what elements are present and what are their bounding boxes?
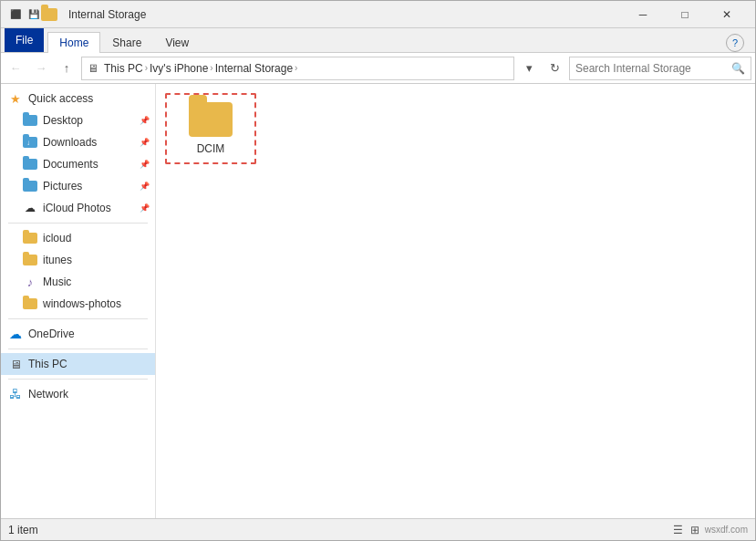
windows-photos-label: windows-photos [43,297,121,310]
downloads-label: Downloads [43,136,97,149]
dcim-folder-icon [189,102,233,137]
tab-share[interactable]: Share [100,32,153,53]
path-sep-3: › [295,63,297,73]
sidebar-item-quick-access[interactable]: ★ Quick access [1,88,155,109]
address-bar: ← → ↑ 🖥 This PC › Ivy's iPhone › Interna… [1,53,755,84]
network-section: 🖧 Network [1,383,155,405]
pin-icon: 📌 [140,116,150,125]
sidebar-item-network[interactable]: 🖧 Network [1,383,155,405]
quick-access-icon: ⬛ [8,7,23,22]
sidebar-separator-3 [8,349,148,349]
sidebar-item-desktop[interactable]: Desktop 📌 [1,109,155,131]
up-button[interactable]: ↑ [56,57,78,79]
this-pc-label: This PC [28,358,67,370]
icloud-photos-label: iCloud Photos [43,202,111,214]
network-label: Network [28,388,68,401]
item-count: 1 item [8,524,38,536]
quick-access-label: Quick access [28,92,93,105]
tab-file[interactable]: File [5,28,44,52]
grid-view-icon[interactable]: ⊞ [689,522,701,538]
documents-label: Documents [43,158,98,171]
path-iphone[interactable]: Ivy's iPhone [150,62,208,75]
icloud-photos-icon: ☁ [23,201,37,215]
quick-access-section: ★ Quick access Desktop 📌 ↓ [1,88,155,219]
music-icon: ♪ [23,275,37,289]
window-title: Internal Storage [68,8,622,21]
network-icon: 🖧 [8,387,23,401]
tab-view[interactable]: View [153,32,201,53]
sidebar-item-documents[interactable]: Documents 📌 [1,153,155,175]
ribbon: File Home Share View ? [1,28,755,53]
search-icon: 🔍 [731,62,745,75]
icloud-label: icloud [43,232,71,244]
pictures-folder-icon [23,179,37,193]
star-icon: ★ [8,91,23,106]
downloads-folder-icon: ↓ [23,135,37,150]
sidebar-item-this-pc[interactable]: 🖥 This PC [1,353,155,375]
main-content: ★ Quick access Desktop 📌 ↓ [1,84,755,518]
close-button[interactable]: ✕ [706,1,748,28]
sidebar: ★ Quick access Desktop 📌 ↓ [1,84,156,518]
sidebar-item-windows-photos[interactable]: windows-photos [1,293,155,315]
pin-icon-dl: 📌 [140,138,150,147]
maximize-button[interactable]: □ [664,1,706,28]
this-pc-section: 🖥 This PC [1,353,155,375]
path-sep-1: › [145,63,148,73]
sidebar-separator-1 [8,223,148,224]
minimize-button[interactable]: ─ [622,1,664,28]
title-folder-icon [41,8,57,21]
pictures-label: Pictures [43,180,82,192]
list-view-icon[interactable]: ☰ [671,522,685,538]
itunes-label: itunes [43,254,72,266]
icloud-folder-icon [23,231,37,245]
save-icon: 💾 [26,7,41,22]
status-bar: 1 item ☰ ⊞ wsxdf.com [1,518,755,540]
desktop-label: Desktop [43,114,83,127]
path-sep-2: › [210,63,212,73]
title-bar-icons: ⬛ 💾 [8,7,41,22]
pc-icon: 🖥 [8,357,23,371]
music-label: Music [43,276,71,288]
windows-photos-icon [23,297,37,311]
path-internal-storage[interactable]: Internal Storage [215,62,293,75]
sidebar-separator-4 [8,379,148,380]
sidebar-item-icloud[interactable]: icloud [1,227,155,249]
sidebar-item-pictures[interactable]: Pictures 📌 [1,175,155,197]
extras-section: icloud itunes ♪ Music [1,227,155,315]
dcim-folder[interactable]: DCIM [165,93,256,164]
refresh-button[interactable]: ↻ [544,57,565,79]
sidebar-item-music[interactable]: ♪ Music [1,271,155,293]
itunes-folder-icon [23,253,37,267]
ribbon-tabs: File Home Share View ? [1,28,755,52]
pin-icon-icloud: 📌 [140,203,150,213]
sidebar-item-downloads[interactable]: ↓ Downloads 📌 [1,131,155,153]
path-this-pc[interactable]: This PC [104,62,143,75]
dropdown-button[interactable]: ▾ [518,57,540,79]
pin-icon-docs: 📌 [140,160,150,169]
sidebar-item-itunes[interactable]: itunes [1,249,155,271]
file-explorer-window: ⬛ 💾 Internal Storage ─ □ ✕ File Home Sha… [0,0,756,541]
sidebar-separator-2 [8,318,148,319]
window-controls: ─ □ ✕ [622,1,748,28]
sidebar-item-onedrive[interactable]: ☁ OneDrive [1,323,155,345]
address-path[interactable]: 🖥 This PC › Ivy's iPhone › Internal Stor… [81,57,514,80]
documents-folder-icon [23,157,37,172]
help-icon[interactable]: ? [726,34,744,52]
title-bar: ⬛ 💾 Internal Storage ─ □ ✕ [1,1,755,28]
search-input[interactable] [575,62,728,75]
ribbon-help: ? [726,34,751,52]
sidebar-item-icloud-photos[interactable]: ☁ iCloud Photos 📌 [1,197,155,219]
status-right: ☰ ⊞ wsxdf.com [671,522,748,538]
file-area: DCIM [156,84,755,518]
computer-icon: 🖥 [88,62,98,75]
tab-home[interactable]: Home [47,32,100,53]
watermark: wsxdf.com [705,525,748,535]
onedrive-label: OneDrive [28,328,75,340]
onedrive-section: ☁ OneDrive [1,323,155,345]
onedrive-icon: ☁ [8,327,23,341]
desktop-folder-icon [23,113,37,128]
dcim-label: DCIM [197,142,225,155]
forward-button[interactable]: → [30,57,52,79]
back-button[interactable]: ← [5,57,26,79]
search-box[interactable]: 🔍 [569,57,751,80]
